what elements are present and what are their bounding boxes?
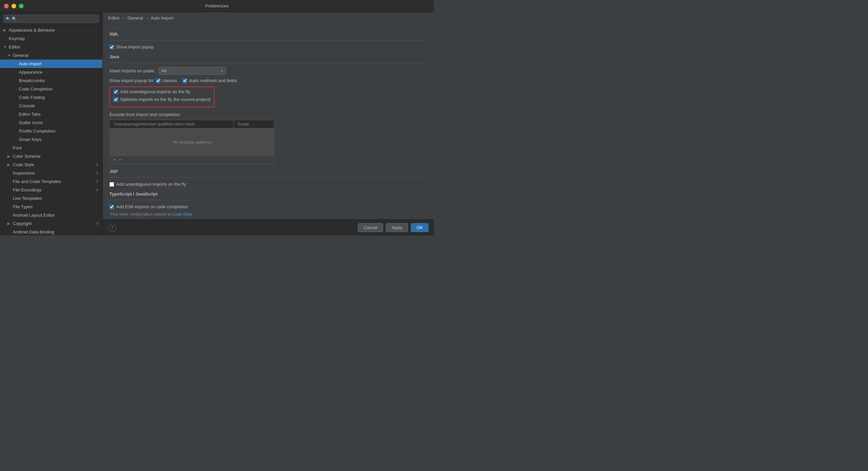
breadcrumb-editor: Editor xyxy=(108,15,120,21)
sidebar-label: Editor Tabs xyxy=(19,112,41,117)
ok-button[interactable]: OK xyxy=(411,223,429,232)
arrow-icon: ▶ xyxy=(7,155,11,158)
show-import-popup-label: Show import popup for: xyxy=(110,78,155,83)
sidebar-item-postfix-completion[interactable]: Postfix Completion xyxy=(0,127,102,135)
window-buttons xyxy=(4,4,24,8)
sidebar-item-android-layout-editor[interactable]: Android Layout Editor xyxy=(0,211,102,220)
search-input[interactable] xyxy=(3,15,99,23)
jsp-add-unambiguous-label[interactable]: Add unambiguous imports on the fly xyxy=(110,182,186,187)
search-bar: 🔍 xyxy=(0,12,102,26)
sidebar-label: Font xyxy=(13,145,22,150)
right-panel: Editor › General › Auto Import XML Show … xyxy=(103,12,434,236)
jsp-divider xyxy=(110,177,427,178)
classes-checkbox[interactable] xyxy=(156,78,161,83)
cancel-button[interactable]: Cancel xyxy=(358,223,383,232)
optimize-imports-checkbox[interactable] xyxy=(114,97,118,102)
sidebar-tree: ▶ Appearance & Behavior Keymap ▼ Editor … xyxy=(0,26,102,236)
sidebar-item-gutter-icons[interactable]: Gutter Icons xyxy=(0,119,102,127)
static-methods-label[interactable]: static methods and fields xyxy=(183,78,237,83)
sidebar-item-auto-import[interactable]: Auto Import ⚙ xyxy=(0,60,102,68)
insert-imports-row: Insert imports on paste: All Ask None xyxy=(110,67,427,75)
sidebar-item-general[interactable]: ▼ General xyxy=(0,51,102,60)
sidebar-label: Color Scheme xyxy=(13,154,40,159)
arrow-icon: ▼ xyxy=(7,54,11,57)
content-area: XML Show import popup Java Insert import… xyxy=(103,24,434,220)
ts-code-style-link-1[interactable]: Code Style xyxy=(172,212,192,217)
sidebar-label: Gutter Icons xyxy=(19,120,43,125)
ts-add-es6-text: Add ES6 imports on code completion xyxy=(116,204,188,209)
ts-add-es6-label[interactable]: Add ES6 imports on code completion xyxy=(110,204,188,209)
optimize-imports-row: Optimize imports on the fly (for current… xyxy=(114,97,211,102)
add-unambiguous-label[interactable]: Add unambiguous imports on the fly xyxy=(114,89,190,94)
breadcrumb-general: General xyxy=(128,15,143,21)
sidebar-item-file-types[interactable]: File Types xyxy=(0,203,102,211)
xml-section-header: XML xyxy=(110,32,427,37)
sidebar-item-copyright[interactable]: ▶ Copyright ⚙ xyxy=(0,220,102,228)
help-button[interactable]: ? xyxy=(108,224,116,232)
ts-add-es6-row: Add ES6 imports on code completion xyxy=(110,204,427,209)
sidebar-item-code-folding[interactable]: Code Folding xyxy=(0,93,102,102)
sidebar-label: File Types xyxy=(13,204,33,209)
ts-add-es6-checkbox[interactable] xyxy=(110,205,114,209)
jsp-add-unambiguous-checkbox[interactable] xyxy=(110,182,114,187)
sidebar-label: Code Folding xyxy=(19,95,45,100)
jsp-add-unambiguous-row: Add unambiguous imports on the fly xyxy=(110,182,427,187)
static-methods-text: static methods and fields xyxy=(189,78,237,83)
exclude-table: Class/package/member qualified name mask… xyxy=(110,120,274,164)
sidebar-label: File Encodings xyxy=(13,188,41,193)
insert-imports-select[interactable]: All Ask None xyxy=(159,67,226,75)
apply-button[interactable]: Apply xyxy=(386,223,408,232)
table-header: Class/package/member qualified name mask… xyxy=(110,120,274,129)
sidebar-item-code-completion[interactable]: Code Completion xyxy=(0,85,102,93)
sidebar-item-font[interactable]: Font xyxy=(0,144,102,152)
title-bar: Preferences xyxy=(0,0,434,12)
sidebar-label: Smart Keys xyxy=(19,137,41,142)
sidebar-label: Code Style xyxy=(13,162,34,167)
search-wrap: 🔍 xyxy=(3,15,99,23)
exclude-section: Exclude from import and completion: Clas… xyxy=(110,112,427,164)
gear-icon: ⚙ xyxy=(96,222,99,226)
minimize-button[interactable] xyxy=(11,4,16,8)
sidebar-item-console[interactable]: Console xyxy=(0,102,102,110)
close-button[interactable] xyxy=(4,4,9,8)
optimize-imports-label[interactable]: Optimize imports on the fly (for current… xyxy=(114,97,211,102)
ts-find-more-1-row: Find more configuration options in Code … xyxy=(110,212,427,217)
add-unambiguous-checkbox[interactable] xyxy=(114,90,118,94)
sidebar-item-editor[interactable]: ▼ Editor xyxy=(0,43,102,51)
add-exclude-button[interactable]: + xyxy=(112,157,118,163)
gear-icon: ⚙ xyxy=(96,171,99,175)
sidebar-item-live-templates[interactable]: Live Templates xyxy=(0,194,102,203)
sidebar-item-keymap[interactable]: Keymap xyxy=(0,34,102,43)
sidebar-label: Inspections xyxy=(13,171,35,176)
maximize-button[interactable] xyxy=(19,4,24,8)
sidebar-label: File and Code Templates xyxy=(13,179,61,184)
sidebar-item-editor-tabs[interactable]: Editor Tabs xyxy=(0,110,102,119)
table-col2: Scope xyxy=(234,120,274,128)
table-body: No exclude patterns xyxy=(110,129,274,156)
classes-label[interactable]: classes xyxy=(156,78,177,83)
sidebar-item-breadcrumbs[interactable]: Breadcrumbs xyxy=(0,76,102,85)
sidebar-item-inspections[interactable]: Inspections ⚙ xyxy=(0,169,102,177)
gear-icon: ⚙ xyxy=(96,163,99,167)
java-divider xyxy=(110,63,427,63)
sidebar-item-color-scheme[interactable]: ▶ Color Scheme xyxy=(0,152,102,161)
static-methods-checkbox[interactable] xyxy=(183,78,187,83)
arrow-icon: ▶ xyxy=(7,222,11,226)
sidebar-item-appearance-behavior[interactable]: ▶ Appearance & Behavior xyxy=(0,26,102,34)
arrow-icon: ▼ xyxy=(3,45,7,49)
sidebar-item-android-data-binding[interactable]: Android Data Binding xyxy=(0,228,102,236)
sidebar-item-file-and-code-templates[interactable]: File and Code Templates ⚙ xyxy=(0,177,102,186)
sidebar-label: Live Templates xyxy=(13,196,42,201)
breadcrumb-auto-import: Auto Import xyxy=(151,15,174,21)
xml-show-import-popup-label[interactable]: Show import popup xyxy=(110,44,154,49)
sidebar-item-code-style[interactable]: ▶ Code Style ⚙ xyxy=(0,161,102,169)
sidebar-item-smart-keys[interactable]: Smart Keys xyxy=(0,135,102,144)
sidebar-item-appearance[interactable]: Appearance xyxy=(0,68,102,76)
remove-exclude-button[interactable]: − xyxy=(118,157,123,163)
add-unambiguous-row: Add unambiguous imports on the fly xyxy=(114,89,211,94)
exclude-label: Exclude from import and completion: xyxy=(110,112,427,117)
optimize-imports-text: Optimize imports on the fly (for current… xyxy=(120,97,211,102)
sidebar: 🔍 ▶ Appearance & Behavior Keymap ▼ Edito… xyxy=(0,12,103,236)
xml-show-import-popup-checkbox[interactable] xyxy=(110,45,114,49)
sidebar-item-file-encodings[interactable]: File Encodings ⚙ xyxy=(0,186,102,194)
